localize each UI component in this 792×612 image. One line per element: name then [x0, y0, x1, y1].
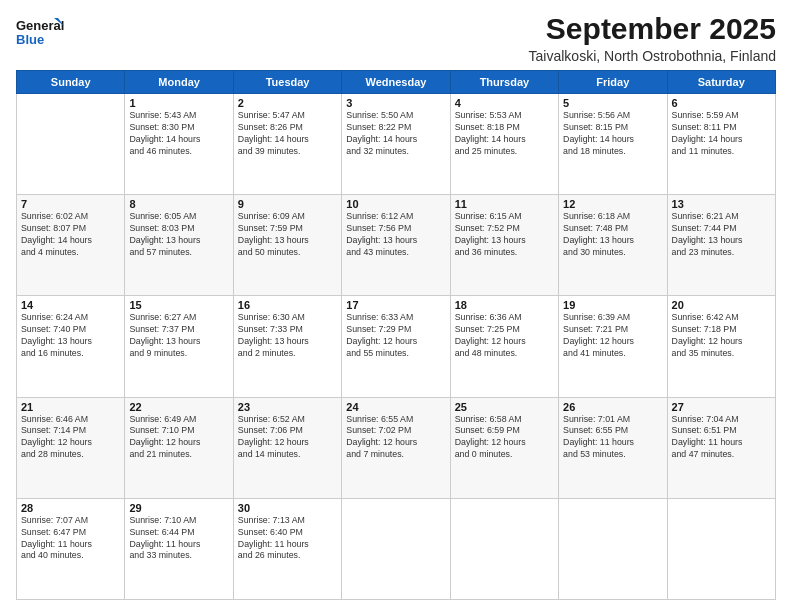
weekday-header-monday: Monday	[125, 71, 233, 94]
day-number: 15	[129, 299, 228, 311]
day-number: 8	[129, 198, 228, 210]
day-info: Sunrise: 5:47 AM Sunset: 8:26 PM Dayligh…	[238, 110, 337, 158]
day-number: 22	[129, 401, 228, 413]
day-number: 7	[21, 198, 120, 210]
day-info: Sunrise: 5:56 AM Sunset: 8:15 PM Dayligh…	[563, 110, 662, 158]
weekday-header-thursday: Thursday	[450, 71, 558, 94]
day-number: 19	[563, 299, 662, 311]
day-number: 29	[129, 502, 228, 514]
calendar-cell: 6Sunrise: 5:59 AM Sunset: 8:11 PM Daylig…	[667, 94, 775, 195]
header: GeneralBlue September 2025 Taivalkoski, …	[16, 12, 776, 64]
calendar-table: SundayMondayTuesdayWednesdayThursdayFrid…	[16, 70, 776, 600]
day-info: Sunrise: 6:58 AM Sunset: 6:59 PM Dayligh…	[455, 414, 554, 462]
day-number: 11	[455, 198, 554, 210]
day-info: Sunrise: 6:27 AM Sunset: 7:37 PM Dayligh…	[129, 312, 228, 360]
day-info: Sunrise: 6:36 AM Sunset: 7:25 PM Dayligh…	[455, 312, 554, 360]
calendar-cell: 1Sunrise: 5:43 AM Sunset: 8:30 PM Daylig…	[125, 94, 233, 195]
day-info: Sunrise: 6:30 AM Sunset: 7:33 PM Dayligh…	[238, 312, 337, 360]
day-number: 14	[21, 299, 120, 311]
day-info: Sunrise: 6:09 AM Sunset: 7:59 PM Dayligh…	[238, 211, 337, 259]
day-number: 25	[455, 401, 554, 413]
calendar-cell: 17Sunrise: 6:33 AM Sunset: 7:29 PM Dayli…	[342, 296, 450, 397]
day-info: Sunrise: 5:59 AM Sunset: 8:11 PM Dayligh…	[672, 110, 771, 158]
day-info: Sunrise: 6:39 AM Sunset: 7:21 PM Dayligh…	[563, 312, 662, 360]
weekday-header-tuesday: Tuesday	[233, 71, 341, 94]
calendar-cell: 12Sunrise: 6:18 AM Sunset: 7:48 PM Dayli…	[559, 195, 667, 296]
day-info: Sunrise: 6:49 AM Sunset: 7:10 PM Dayligh…	[129, 414, 228, 462]
day-info: Sunrise: 6:46 AM Sunset: 7:14 PM Dayligh…	[21, 414, 120, 462]
calendar-cell: 26Sunrise: 7:01 AM Sunset: 6:55 PM Dayli…	[559, 397, 667, 498]
calendar-cell: 5Sunrise: 5:56 AM Sunset: 8:15 PM Daylig…	[559, 94, 667, 195]
svg-text:Blue: Blue	[16, 32, 44, 47]
weekday-header-saturday: Saturday	[667, 71, 775, 94]
day-number: 13	[672, 198, 771, 210]
calendar-cell: 30Sunrise: 7:13 AM Sunset: 6:40 PM Dayli…	[233, 498, 341, 599]
calendar-cell: 27Sunrise: 7:04 AM Sunset: 6:51 PM Dayli…	[667, 397, 775, 498]
day-number: 23	[238, 401, 337, 413]
calendar-cell: 14Sunrise: 6:24 AM Sunset: 7:40 PM Dayli…	[17, 296, 125, 397]
day-number: 21	[21, 401, 120, 413]
calendar-week-4: 21Sunrise: 6:46 AM Sunset: 7:14 PM Dayli…	[17, 397, 776, 498]
day-info: Sunrise: 6:42 AM Sunset: 7:18 PM Dayligh…	[672, 312, 771, 360]
day-info: Sunrise: 7:07 AM Sunset: 6:47 PM Dayligh…	[21, 515, 120, 563]
day-number: 2	[238, 97, 337, 109]
calendar-cell: 23Sunrise: 6:52 AM Sunset: 7:06 PM Dayli…	[233, 397, 341, 498]
day-number: 5	[563, 97, 662, 109]
day-number: 4	[455, 97, 554, 109]
calendar-week-2: 7Sunrise: 6:02 AM Sunset: 8:07 PM Daylig…	[17, 195, 776, 296]
day-info: Sunrise: 6:52 AM Sunset: 7:06 PM Dayligh…	[238, 414, 337, 462]
weekday-header-wednesday: Wednesday	[342, 71, 450, 94]
calendar-cell: 11Sunrise: 6:15 AM Sunset: 7:52 PM Dayli…	[450, 195, 558, 296]
calendar-cell: 18Sunrise: 6:36 AM Sunset: 7:25 PM Dayli…	[450, 296, 558, 397]
calendar-title: September 2025	[529, 12, 776, 46]
day-number: 1	[129, 97, 228, 109]
weekday-header-sunday: Sunday	[17, 71, 125, 94]
calendar-cell: 4Sunrise: 5:53 AM Sunset: 8:18 PM Daylig…	[450, 94, 558, 195]
calendar-cell: 20Sunrise: 6:42 AM Sunset: 7:18 PM Dayli…	[667, 296, 775, 397]
day-info: Sunrise: 6:02 AM Sunset: 8:07 PM Dayligh…	[21, 211, 120, 259]
weekday-header-row: SundayMondayTuesdayWednesdayThursdayFrid…	[17, 71, 776, 94]
calendar-subtitle: Taivalkoski, North Ostrobothnia, Finland	[529, 48, 776, 64]
calendar-cell: 3Sunrise: 5:50 AM Sunset: 8:22 PM Daylig…	[342, 94, 450, 195]
day-number: 28	[21, 502, 120, 514]
calendar-cell	[17, 94, 125, 195]
calendar-cell: 15Sunrise: 6:27 AM Sunset: 7:37 PM Dayli…	[125, 296, 233, 397]
title-block: September 2025 Taivalkoski, North Ostrob…	[529, 12, 776, 64]
calendar-cell: 29Sunrise: 7:10 AM Sunset: 6:44 PM Dayli…	[125, 498, 233, 599]
day-info: Sunrise: 6:12 AM Sunset: 7:56 PM Dayligh…	[346, 211, 445, 259]
day-number: 30	[238, 502, 337, 514]
day-info: Sunrise: 6:05 AM Sunset: 8:03 PM Dayligh…	[129, 211, 228, 259]
day-number: 20	[672, 299, 771, 311]
calendar-cell	[450, 498, 558, 599]
calendar-week-5: 28Sunrise: 7:07 AM Sunset: 6:47 PM Dayli…	[17, 498, 776, 599]
calendar-cell: 8Sunrise: 6:05 AM Sunset: 8:03 PM Daylig…	[125, 195, 233, 296]
day-info: Sunrise: 6:18 AM Sunset: 7:48 PM Dayligh…	[563, 211, 662, 259]
day-number: 26	[563, 401, 662, 413]
calendar-cell: 28Sunrise: 7:07 AM Sunset: 6:47 PM Dayli…	[17, 498, 125, 599]
day-info: Sunrise: 6:55 AM Sunset: 7:02 PM Dayligh…	[346, 414, 445, 462]
day-number: 16	[238, 299, 337, 311]
day-number: 9	[238, 198, 337, 210]
calendar-cell: 22Sunrise: 6:49 AM Sunset: 7:10 PM Dayli…	[125, 397, 233, 498]
weekday-header-friday: Friday	[559, 71, 667, 94]
calendar-cell	[667, 498, 775, 599]
page: GeneralBlue September 2025 Taivalkoski, …	[0, 0, 792, 612]
day-info: Sunrise: 6:15 AM Sunset: 7:52 PM Dayligh…	[455, 211, 554, 259]
calendar-cell: 10Sunrise: 6:12 AM Sunset: 7:56 PM Dayli…	[342, 195, 450, 296]
calendar-cell: 13Sunrise: 6:21 AM Sunset: 7:44 PM Dayli…	[667, 195, 775, 296]
day-info: Sunrise: 6:33 AM Sunset: 7:29 PM Dayligh…	[346, 312, 445, 360]
calendar-week-3: 14Sunrise: 6:24 AM Sunset: 7:40 PM Dayli…	[17, 296, 776, 397]
day-info: Sunrise: 7:04 AM Sunset: 6:51 PM Dayligh…	[672, 414, 771, 462]
calendar-cell: 24Sunrise: 6:55 AM Sunset: 7:02 PM Dayli…	[342, 397, 450, 498]
day-number: 24	[346, 401, 445, 413]
day-info: Sunrise: 5:53 AM Sunset: 8:18 PM Dayligh…	[455, 110, 554, 158]
day-number: 10	[346, 198, 445, 210]
calendar-cell: 7Sunrise: 6:02 AM Sunset: 8:07 PM Daylig…	[17, 195, 125, 296]
logo: GeneralBlue	[16, 16, 66, 52]
day-info: Sunrise: 6:24 AM Sunset: 7:40 PM Dayligh…	[21, 312, 120, 360]
calendar-cell: 2Sunrise: 5:47 AM Sunset: 8:26 PM Daylig…	[233, 94, 341, 195]
calendar-cell	[342, 498, 450, 599]
calendar-cell: 19Sunrise: 6:39 AM Sunset: 7:21 PM Dayli…	[559, 296, 667, 397]
logo-svg: GeneralBlue	[16, 16, 66, 52]
day-number: 27	[672, 401, 771, 413]
